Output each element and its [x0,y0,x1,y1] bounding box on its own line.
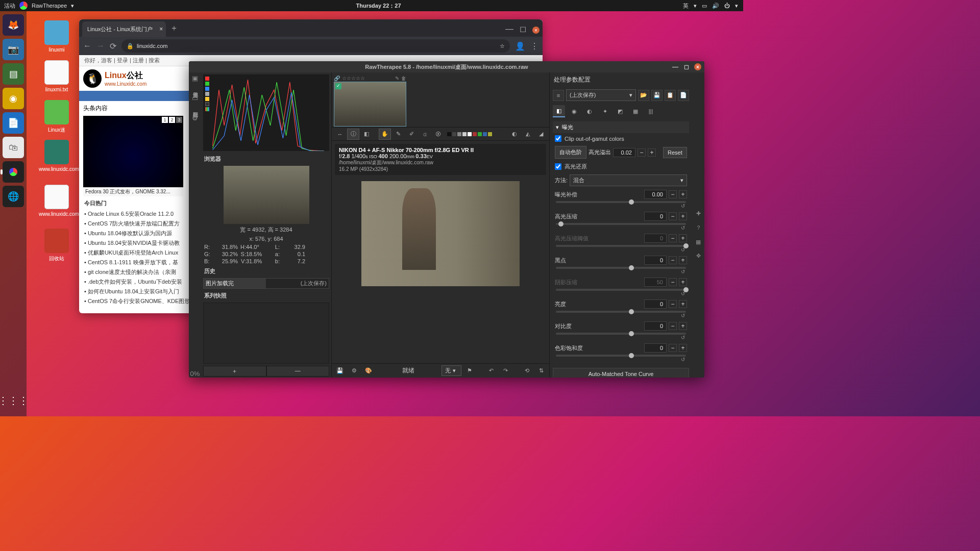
tab-meta-icon[interactable]: ||| [645,105,657,117]
navigator-thumbnail[interactable] [201,165,331,225]
page-1[interactable]: 1 [162,117,168,123]
launcher-chrome[interactable]: 🌐 [3,186,24,207]
rt-close-icon[interactable]: × [694,63,701,70]
browser-tab[interactable]: Linux公社 - Linux系统门户 × [82,21,166,37]
external-editor-icon[interactable]: 🎨 [362,365,375,377]
reset-icon[interactable]: ↺ [555,203,687,209]
auto-levels-button[interactable]: 自动色阶 [555,146,586,159]
profile-mode-icon[interactable]: ≡ [553,90,564,101]
minus-button[interactable]: − [669,322,677,330]
launcher-software[interactable]: 🛍 [3,137,24,158]
hl-recon-checkbox[interactable] [555,163,561,170]
param-value[interactable]: 0.00 [644,190,667,199]
tab-raw-icon[interactable]: ▦ [629,105,642,117]
filmstrip-item[interactable]: 🔗 ☆☆☆☆☆ ✎ 🗑 ✓ [334,74,406,127]
app-menu-label[interactable]: RawTherapee [32,3,67,9]
undo-icon[interactable]: ⟲ [521,365,533,377]
reset-icon[interactable]: ↺ [555,357,687,362]
plus-button[interactable]: + [648,148,656,157]
plus-button[interactable]: + [679,278,687,286]
param-slider[interactable] [556,201,686,203]
gear-icon[interactable]: ⚙ [192,114,198,122]
plus-button[interactable]: + [679,190,687,198]
reset-icon[interactable]: ↺ [555,269,687,274]
edit-flag-icon[interactable]: ✎ [395,76,399,81]
launcher-music[interactable]: ◉ [3,88,24,109]
rt-maximize-icon[interactable]: ◻ [683,63,690,70]
plus-button[interactable]: + [679,322,687,330]
param-value[interactable]: 0 [644,234,667,243]
star-icon[interactable]: ☆ [500,43,505,49]
plus-button[interactable]: + [679,256,687,264]
page-2[interactable]: 2 [169,117,175,123]
color-picker-icon[interactable]: ✎ [392,129,404,140]
reset-button[interactable]: Reset [663,147,687,158]
profile-load-icon[interactable]: 📂 [638,90,649,101]
launcher-screenshot[interactable]: 📷 [3,39,24,60]
add-fav-icon[interactable]: ✚ [696,210,701,217]
param-value[interactable]: 0 [644,299,667,309]
exposure-accordion-header[interactable]: ▾曝光 [553,121,689,133]
arrow-tool-icon[interactable]: ↔ [334,129,346,140]
ime-indicator[interactable]: 英 [683,2,689,10]
param-value[interactable]: 0 [644,212,667,221]
desktop-item-trash[interactable]: 回收站 [39,229,75,262]
plus-button[interactable]: + [679,234,687,242]
highlight-spill-value[interactable]: 0.02 [613,148,635,157]
reset-icon[interactable]: ↺ [555,225,687,231]
clip-shadow-icon[interactable]: ◢ [535,129,547,140]
clock[interactable]: Thursday 22：27 [74,2,683,10]
tab-transform-icon[interactable]: ◩ [614,105,626,117]
layout-icon[interactable]: ▦ [696,239,701,245]
straighten-icon[interactable]: ⦿ [432,129,444,140]
folder-icon[interactable]: ▭ [192,94,198,102]
new-tab-button[interactable]: ＋ [170,23,178,37]
before-after-icon[interactable]: ◧ [360,129,373,140]
profile-paste-icon[interactable]: 📄 [678,90,689,101]
show-applications[interactable]: ⋮⋮⋮ [3,390,24,411]
desktop-item-raw[interactable]: www.linuxidc.com.raw [39,140,75,172]
save-icon[interactable]: 💾 [334,365,346,377]
window-minimize-icon[interactable]: — [502,24,517,37]
rating-stars[interactable]: ☆☆☆☆☆ [342,76,365,81]
window-close-icon[interactable]: × [532,27,540,34]
address-bar[interactable]: 🔒 linuxidc.com ☆ [121,39,510,53]
window-maximize-icon[interactable]: ◻ [517,24,529,37]
redo-icon[interactable]: ⇅ [535,365,547,377]
reset-icon[interactable]: ↺ [555,335,687,340]
minus-button[interactable]: − [669,256,677,264]
reload-icon[interactable]: ⟳ [110,41,116,51]
profile-save-icon[interactable]: 💾 [651,90,663,101]
minus-button[interactable]: − [669,278,677,286]
minus-button[interactable]: − [669,190,677,198]
history-row[interactable]: 图片加载完 (上次保存) [203,278,329,289]
nav-back-icon[interactable]: ← [83,41,91,51]
help-icon[interactable]: ？ [696,224,701,232]
reset-icon[interactable]: ↺ [555,313,687,318]
plus-button[interactable]: + [679,300,687,308]
param-slider[interactable] [556,355,686,357]
desktop-item-folder[interactable]: linuxmi [39,20,75,53]
param-value[interactable]: 0 [644,256,667,265]
profile-copy-icon[interactable]: 📋 [665,90,676,101]
editor-tab-icon[interactable]: ▣ [192,74,198,82]
reset-icon[interactable]: ↺ [555,291,687,296]
minus-button[interactable]: − [669,234,677,242]
color-label-select[interactable]: 无▾ [442,365,461,376]
flag-icon[interactable]: ⚑ [463,365,476,377]
launcher-writer[interactable]: 📄 [3,112,24,134]
rt-minimize-icon[interactable]: — [672,63,679,70]
param-slider[interactable] [556,311,686,313]
launcher-document[interactable]: ▤ [3,63,24,85]
power-icon[interactable]: ⏻ [724,3,730,9]
minus-button[interactable]: − [669,300,677,308]
soft-proof-icon[interactable]: ◐ [508,129,521,140]
tab-detail-icon[interactable]: ◉ [568,105,580,117]
activities-button[interactable]: 活动 [4,2,15,10]
rotate-right-icon[interactable]: ↷ [499,365,511,377]
reset-icon[interactable]: ↺ [555,247,687,253]
image-preview[interactable] [332,178,549,363]
volume-icon[interactable]: 🔊 [712,3,719,9]
param-slider[interactable] [556,289,686,291]
info-toggle-icon[interactable]: ⓘ [347,129,359,140]
